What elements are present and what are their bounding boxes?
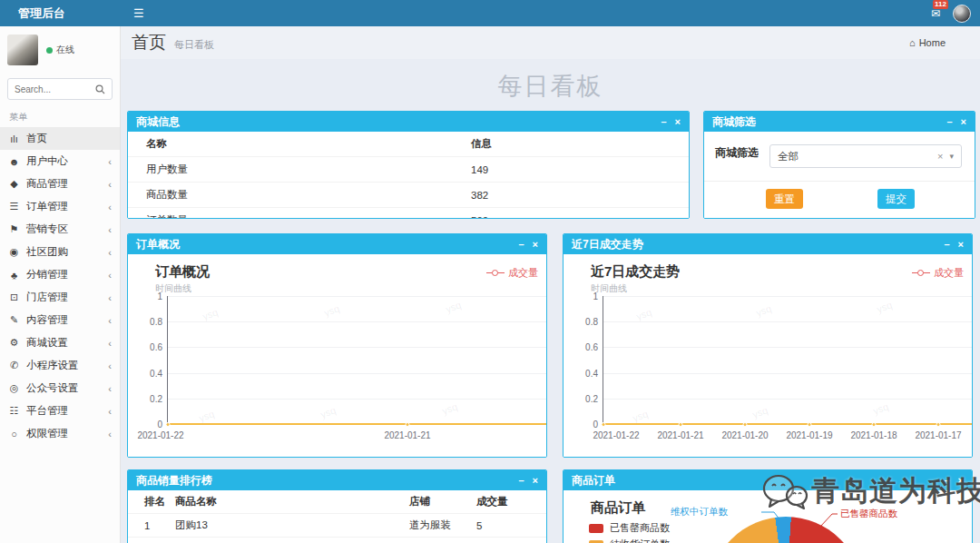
legend-item-volume[interactable]: 成交量 [912, 266, 964, 280]
close-icon[interactable]: × [958, 239, 964, 250]
chevron-left-icon: ‹ [108, 156, 112, 167]
table-row: 用户数量 149 [128, 157, 689, 183]
cell-name: 用户数量 [128, 157, 464, 183]
close-icon[interactable]: × [958, 475, 964, 486]
chart-title: 商品订单 [591, 499, 645, 517]
y-tick: 0.2 [137, 394, 162, 404]
panel-title: 近7日成交走势 [572, 237, 643, 252]
sidebar-item-label: 小程序设置 [26, 359, 79, 372]
sidebar-item-label: 订单管理 [26, 200, 68, 213]
x-tick: 2021-01-20 [721, 430, 768, 440]
sidebar-item-mall-settings[interactable]: ⚙ 商城设置 ‹ [0, 331, 120, 354]
sidebar-item-user-center[interactable]: ☻ 用户中心 ‹ [0, 150, 120, 173]
panel-header: 商城筛选 – × [704, 112, 975, 132]
reset-button[interactable]: 重置 [766, 189, 803, 209]
sidebar: 在线 菜单 ılı 首页 ☻ 用户中心 ‹ ◆ 商品管理 ‹ ☰ [0, 26, 121, 543]
page-title: 每日看板 [121, 70, 980, 103]
users-icon: ☻ [8, 156, 20, 167]
line-chart: 近7日成交走势 时间曲线 成交量 成交额 ysq ysq ysq ysq ysq… [564, 254, 972, 457]
cell-volume: 4 [469, 538, 546, 543]
line-marker-icon [912, 272, 930, 273]
x-tick: 2021-01-18 [850, 430, 897, 440]
cell-name: 订单数量 [128, 208, 464, 219]
chevron-left-icon: ‹ [108, 224, 112, 235]
panel-ranking: 商品销量排行榜 – × 排名 商品名称 店铺 成交量 1 [127, 469, 547, 543]
permission-icon: ○ [8, 429, 20, 439]
legend-swatch-icon [589, 524, 603, 533]
search-icon[interactable] [95, 84, 105, 94]
table-header-row: 排名 商品名称 店铺 成交量 [128, 490, 546, 514]
clear-icon[interactable]: × [937, 151, 943, 162]
close-icon[interactable]: × [961, 116, 966, 127]
pie-legend-soldout[interactable]: 已售罄商品数 [589, 521, 670, 535]
select-value: 全部 [778, 150, 799, 163]
search-input[interactable] [15, 84, 95, 94]
legend-item-volume[interactable]: 成交量 [486, 266, 538, 280]
sidebar-item-stores[interactable]: ⊡ 门店管理 ‹ [0, 286, 120, 309]
series-line [168, 423, 546, 425]
y-tick: 0.8 [137, 317, 162, 327]
sidebar-item-official-account[interactable]: ◎ 公众号设置 ‹ [0, 377, 120, 400]
close-icon[interactable]: × [533, 475, 538, 486]
line-marker-icon [486, 272, 505, 273]
sidebar-item-home[interactable]: ılı 首页 [0, 127, 120, 150]
panel-order-overview: 订单概况 – × 订单概况 时间曲线 成交量 成交额 ysq ysq ysq y… [127, 233, 547, 458]
chart-title: 订单概况 [155, 263, 210, 281]
minimize-icon[interactable]: – [944, 475, 949, 486]
mall-filter-select[interactable]: 全部 × ▾ [769, 144, 962, 168]
sidebar-item-permissions[interactable]: ○ 权限管理 ‹ [0, 422, 120, 445]
cell-rank: 1 [128, 514, 168, 538]
plot-area: 1 0.8 0.6 0.4 0.2 0 2021-01-22 2021-01-2… [167, 296, 546, 424]
minimize-icon[interactable]: – [944, 239, 949, 250]
legend-label: 成交量 [508, 266, 538, 280]
pie-legend-pending[interactable]: 待收货订单数 [589, 538, 670, 543]
sitemap-icon: ♣ [8, 270, 20, 281]
close-icon[interactable]: × [533, 239, 538, 250]
sidebar-item-label: 门店管理 [26, 291, 68, 304]
sidebar-item-community[interactable]: ◉ 社区团购 ‹ [0, 241, 120, 263]
chevron-left-icon: ‹ [108, 338, 112, 349]
sidebar-item-miniapp-settings[interactable]: ✆ 小程序设置 ‹ [0, 354, 120, 377]
panel-header: 商城信息 – × [128, 112, 689, 132]
sidebar-item-products[interactable]: ◆ 商品管理 ‹ [0, 173, 120, 195]
column-header: 名称 [128, 132, 464, 157]
cell-value: 382 [464, 183, 689, 208]
pie-callout-dispute: 维权中订单数 [671, 506, 728, 518]
panel-header: 订单概况 – × [128, 234, 546, 254]
close-icon[interactable]: × [675, 116, 681, 127]
sidebar-item-label: 分销管理 [26, 268, 68, 281]
chevron-left-icon: ‹ [108, 406, 112, 417]
sidebar-item-label: 公众号设置 [26, 381, 79, 395]
minimize-icon[interactable]: – [661, 116, 666, 127]
y-tick: 0.6 [573, 342, 598, 352]
sidebar-item-marketing[interactable]: ⚑ 营销专区 ‹ [0, 218, 120, 241]
sidebar-item-content[interactable]: ✎ 内容管理 ‹ [0, 309, 120, 331]
sidebar-item-platform[interactable]: ☷ 平台管理 ‹ [0, 400, 120, 422]
minimize-icon[interactable]: – [946, 116, 952, 127]
sidebar-item-label: 商品管理 [26, 177, 68, 191]
minimize-icon[interactable]: – [518, 475, 524, 486]
chevron-left-icon: ‹ [108, 429, 112, 439]
breadcrumb[interactable]: ⌂ Home [909, 37, 946, 48]
submit-button[interactable]: 提交 [877, 189, 915, 209]
cell-value: 149 [464, 157, 689, 183]
chevron-left-icon: ‹ [108, 292, 112, 303]
y-tick: 0.2 [573, 394, 598, 404]
hamburger-icon[interactable]: ☰ [121, 6, 157, 20]
column-header: 商品名称 [168, 490, 402, 514]
notification-badge: 112 [933, 0, 948, 9]
chevron-left-icon: ‹ [108, 247, 112, 258]
products-icon: ◆ [8, 178, 20, 190]
home-icon: ⌂ [909, 37, 916, 48]
column-header: 排名 [128, 490, 168, 514]
sidebar-item-distribution[interactable]: ♣ 分销管理 ‹ [0, 263, 120, 286]
cell-name: 商品数量 [128, 183, 464, 208]
panel-mall-filter: 商城筛选 – × 商城筛选 全部 × ▾ 重置 提交 [703, 111, 975, 219]
pie-chart: 商品订单 维权中订单数 已售罄商品数 已售罄商品数 待收货订单数 [564, 490, 972, 543]
sidebar-item-orders[interactable]: ☰ 订单管理 ‹ [0, 195, 120, 218]
messages-button[interactable]: ✉ 112 [931, 8, 940, 19]
minimize-icon[interactable]: – [518, 239, 524, 250]
user-avatar[interactable] [953, 5, 971, 23]
line-chart: 订单概况 时间曲线 成交量 成交额 ysq ysq ysq ysq ysq ys… [128, 254, 546, 457]
column-header: 成交量 [469, 490, 546, 514]
